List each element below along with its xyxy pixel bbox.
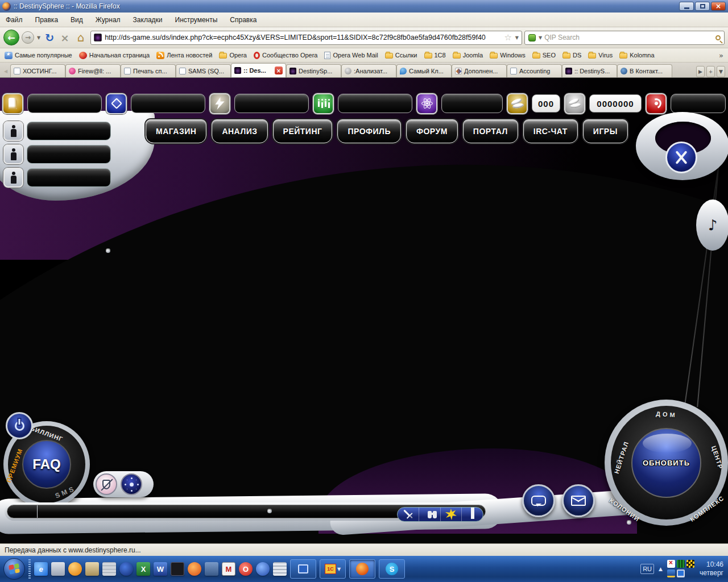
search-box[interactable]: ▼ QIP Search (524, 31, 725, 45)
menu-help[interactable]: Справка (230, 16, 257, 24)
tab-addons[interactable]: Дополнен... (452, 64, 507, 77)
refresh-button[interactable]: ОБНОВИТЬ (643, 459, 690, 467)
quicklaunch-spreadsheet[interactable] (102, 562, 116, 576)
nav-games-button[interactable]: ИГРЫ (583, 119, 628, 143)
gold-coins-icon[interactable] (507, 93, 528, 114)
tab-drupal[interactable]: Самый Кл... (396, 64, 452, 77)
taskbar-clock[interactable]: 10:46 четверг (700, 560, 723, 577)
tab-accounting[interactable]: Accounting (507, 64, 562, 77)
taskbar-firefox-active[interactable] (349, 559, 375, 579)
tray-expand-icon[interactable]: ▲ (659, 566, 663, 572)
energy-bolt-icon[interactable] (209, 93, 230, 114)
url-bar[interactable]: http://ds-game.su/ds/index.php?ck=ecphc4… (90, 31, 522, 45)
quicklaunch-miranda[interactable]: M (222, 562, 235, 576)
menu-file[interactable]: Файл (6, 16, 23, 24)
url-text[interactable]: http://ds-game.su/ds/index.php?ck=ecphc4… (105, 34, 501, 41)
tab-vkontakte[interactable]: В Контакт... (617, 64, 672, 77)
history-dropdown-icon[interactable]: ▼ (37, 35, 40, 40)
science-atom-icon[interactable] (416, 93, 437, 114)
search-placeholder[interactable]: QIP Search (544, 34, 713, 41)
bookmark-folder[interactable]: SEO (532, 52, 556, 59)
radar-button[interactable] (121, 473, 142, 495)
quicklaunch-mail-client[interactable] (51, 562, 65, 576)
strike-button[interactable] (440, 508, 462, 521)
crystal-cube-icon[interactable] (106, 93, 127, 114)
quicklaunch-task-manager[interactable] (273, 562, 287, 576)
tab-analyzer[interactable]: :Анализат... (341, 64, 396, 77)
quicklaunch-internet-explorer[interactable]: e (34, 562, 48, 576)
start-button[interactable] (3, 558, 25, 580)
network-monitor-icon[interactable] (677, 569, 685, 577)
checkered-flag-icon[interactable] (686, 560, 694, 568)
unit-slot-1-button[interactable] (3, 121, 23, 141)
list-all-tabs-button[interactable]: ▼ (717, 66, 725, 77)
quicklaunch-opera[interactable]: O (239, 562, 253, 576)
traffic-monitor-icon[interactable] (677, 560, 685, 568)
tab-sams[interactable]: SAMS (SQ... (176, 64, 231, 77)
search-engine-icon[interactable] (528, 34, 536, 41)
dial-home-label[interactable]: ДОМ (655, 410, 677, 419)
search-engine-dropdown-icon[interactable]: ▼ (539, 35, 542, 40)
bookmarks-overflow-chevron[interactable]: » (719, 51, 723, 60)
tab-hosting[interactable]: ХОСТИНГ... (10, 64, 65, 77)
tab-destinysphere-active[interactable]: :: Des...× (231, 63, 286, 77)
restore-button[interactable] (695, 2, 710, 11)
taskbar-1c-enterprise[interactable]: 1С▼ (320, 559, 346, 579)
new-tab-button[interactable]: + (706, 66, 715, 77)
bookmark-item[interactable]: Opera Web Mail (324, 52, 378, 59)
menu-edit[interactable]: Правка (35, 16, 59, 24)
taskbar-app-window[interactable] (290, 559, 316, 579)
menu-history[interactable]: Журнал (96, 16, 121, 24)
quicklaunch-excel[interactable]: X (136, 562, 150, 576)
vortex-icon[interactable] (646, 93, 667, 114)
fuel-canister-icon[interactable] (2, 93, 23, 114)
quicklaunch-firefox[interactable] (188, 562, 201, 576)
tab-destinysphere-2[interactable]: DestinySp... (286, 64, 341, 77)
bookmark-item[interactable]: Начальная страница (79, 52, 150, 59)
quicklaunch-qip[interactable] (68, 562, 82, 576)
back-button[interactable]: ← (3, 30, 19, 45)
quicklaunch-media-player[interactable] (256, 562, 270, 576)
faq-button[interactable]: FAQ (22, 440, 71, 489)
nav-shop-button[interactable]: МАГАЗИН (146, 119, 206, 143)
unit-slot-3-button[interactable] (3, 168, 23, 188)
bookmark-star-icon[interactable]: ☆ (504, 32, 511, 43)
menu-view[interactable]: Вид (71, 16, 83, 24)
bookmark-folder[interactable]: Virus (588, 52, 613, 59)
shield-off-button[interactable] (96, 473, 117, 495)
sound-toggle-button[interactable]: ♪ (696, 199, 728, 251)
quicklaunch-handle[interactable] (28, 559, 31, 579)
bookmark-folder[interactable]: Joomla (453, 52, 483, 59)
url-dropdown-icon[interactable]: ▼ (515, 35, 519, 40)
bookmark-item[interactable]: Самые популярные (5, 52, 72, 59)
nav-rating-button[interactable]: РЕЙТИНГ (273, 119, 333, 143)
quicklaunch-remote-desktop[interactable] (205, 562, 218, 576)
chat-button[interactable] (522, 484, 555, 517)
tab-firewall[interactable]: Firew@ll: ... (65, 64, 121, 77)
tab-scroll-right-button[interactable]: ▶ (696, 66, 705, 77)
population-icon[interactable] (313, 93, 334, 114)
unit-slot-2-button[interactable] (3, 144, 23, 164)
search-icon[interactable] (715, 35, 721, 40)
quicklaunch-calculator[interactable] (171, 562, 184, 576)
bookmark-folder[interactable]: Kolomna (619, 52, 654, 59)
bookmark-folder[interactable]: DS (562, 52, 581, 59)
nav-analysis-button[interactable]: АНАЛИЗ (212, 119, 267, 143)
nav-portal-button[interactable]: ПОРТАЛ (463, 119, 518, 143)
nav-profile-button[interactable]: ПРОФИЛЬ (337, 119, 401, 143)
scout-button[interactable] (419, 508, 440, 521)
reload-button[interactable]: ↻ (43, 31, 56, 44)
nav-forum-button[interactable]: ФОРУМ (406, 119, 458, 143)
tab-scroll-left-icon[interactable]: ◀ (1, 65, 10, 77)
bookmark-folder[interactable]: Windows (490, 52, 526, 59)
bookmark-folder[interactable]: Opera (219, 52, 247, 59)
settings-gem-button[interactable] (665, 142, 697, 173)
quicklaunch-web-globe[interactable] (119, 562, 133, 576)
tab-close-icon[interactable]: × (275, 66, 283, 74)
close-button[interactable]: × (711, 2, 726, 11)
minimize-button[interactable] (679, 2, 694, 11)
tab-print[interactable]: Печать сп... (121, 64, 176, 77)
taskbar-skype[interactable]: S (379, 559, 405, 579)
quicklaunch-abacus[interactable] (85, 562, 99, 576)
bookmark-item[interactable]: Сообщество Opera (254, 52, 318, 59)
